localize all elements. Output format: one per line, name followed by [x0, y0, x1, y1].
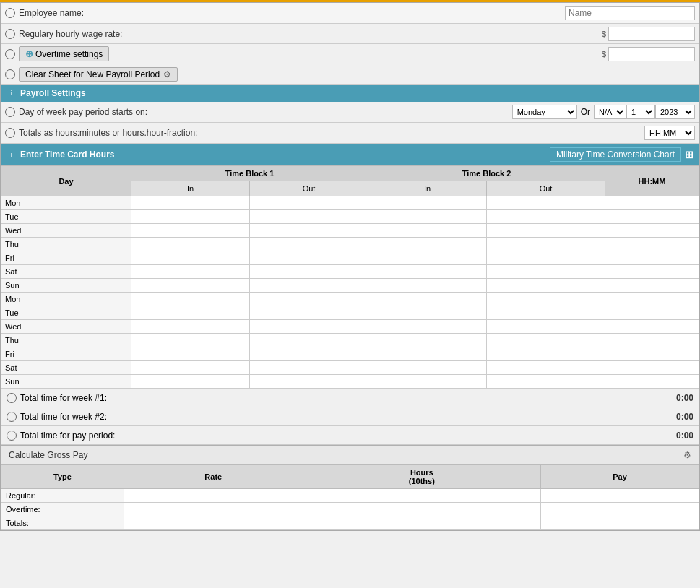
hhmm-input[interactable] — [608, 280, 696, 290]
hhmm-input[interactable] — [608, 376, 696, 386]
b2-in-input[interactable] — [371, 225, 484, 235]
b1-out-input[interactable] — [252, 225, 366, 235]
b1-out-input[interactable] — [252, 376, 366, 386]
b2-out-input[interactable] — [489, 335, 602, 345]
day-cell — [1, 361, 131, 375]
b1-in-input[interactable] — [134, 363, 247, 373]
overtime-wage-input[interactable] — [608, 47, 695, 61]
day-input[interactable] — [4, 376, 129, 386]
b2-out-input[interactable] — [489, 253, 602, 263]
b1-in-input[interactable] — [134, 349, 247, 359]
military-time-button[interactable]: Military Time Conversion Chart — [550, 147, 681, 162]
b1-in-input[interactable] — [134, 321, 247, 332]
day-input[interactable] — [4, 267, 129, 277]
b2-out-input[interactable] — [489, 363, 602, 373]
b2-out-input[interactable] — [489, 349, 602, 359]
day-input[interactable] — [4, 349, 129, 359]
b2-out-input[interactable] — [489, 225, 602, 235]
day-input[interactable] — [4, 225, 129, 235]
na-select[interactable]: N/A — [594, 105, 626, 119]
hhmm-input[interactable] — [608, 308, 696, 318]
day-input[interactable] — [4, 198, 129, 208]
b2-in-input[interactable] — [371, 363, 484, 373]
b2-out-input[interactable] — [489, 321, 602, 332]
b1-out-input[interactable] — [252, 253, 366, 263]
totals-format-select[interactable]: HH:MMHH.HH — [644, 126, 695, 140]
hhmm-input[interactable] — [608, 253, 696, 263]
day-input[interactable] — [4, 253, 129, 263]
b1-out-input[interactable] — [252, 321, 366, 332]
b2-in-input[interactable] — [371, 376, 484, 386]
day-input[interactable] — [4, 335, 129, 345]
day-input[interactable] — [4, 321, 129, 332]
day-input[interactable] — [4, 212, 129, 222]
b2-in-input[interactable] — [371, 267, 484, 277]
hourly-wage-input[interactable] — [608, 27, 695, 41]
calculate-bar[interactable]: Calculate Gross Pay ⚙ — [1, 445, 699, 464]
hhmm-input[interactable] — [608, 198, 696, 208]
overtime-settings-button[interactable]: ⊕ Overtime settings — [19, 46, 109, 61]
day-input[interactable] — [4, 280, 129, 290]
b1-out-input[interactable] — [252, 294, 366, 304]
hhmm-input[interactable] — [608, 239, 696, 249]
b2-out-input[interactable] — [489, 239, 602, 249]
day-cell — [1, 251, 131, 265]
b2-out-input[interactable] — [489, 212, 602, 222]
b1-in-input[interactable] — [134, 308, 247, 318]
b2-in-input[interactable] — [371, 308, 484, 318]
b2-out-input[interactable] — [489, 267, 602, 277]
b2-in-input[interactable] — [371, 335, 484, 345]
hhmm-input[interactable] — [608, 267, 696, 277]
hhmm-input[interactable] — [608, 321, 696, 332]
b1-in-input[interactable] — [134, 294, 247, 304]
b1-out-input[interactable] — [252, 280, 366, 290]
hhmm-input[interactable] — [608, 335, 696, 345]
hhmm-input[interactable] — [608, 294, 696, 304]
b2-in-input[interactable] — [371, 239, 484, 249]
day-num-select[interactable]: 123456789101112131415 — [626, 105, 655, 119]
b1-out-input[interactable] — [252, 335, 366, 345]
year-select[interactable]: 202320242025 — [655, 105, 695, 119]
day-input[interactable] — [4, 308, 129, 318]
day-input[interactable] — [4, 294, 129, 304]
b1-in-input[interactable] — [134, 198, 247, 208]
b1-in-input[interactable] — [134, 225, 247, 235]
b1-in-input[interactable] — [134, 253, 247, 263]
b2-in-input[interactable] — [371, 321, 484, 332]
b2-in-input[interactable] — [371, 198, 484, 208]
b1-in-input[interactable] — [134, 376, 247, 386]
hhmm-input[interactable] — [608, 363, 696, 373]
b2-out-input[interactable] — [489, 376, 602, 386]
b1-out-input[interactable] — [252, 308, 366, 318]
b2-in-input[interactable] — [371, 212, 484, 222]
b2-out-input[interactable] — [489, 280, 602, 290]
b2-out-input[interactable] — [489, 198, 602, 208]
b1-in-input[interactable] — [134, 280, 247, 290]
b1-out-cell — [250, 320, 368, 334]
b1-in-input[interactable] — [134, 239, 247, 249]
b2-in-input[interactable] — [371, 349, 484, 359]
hhmm-input[interactable] — [608, 212, 696, 222]
hhmm-input[interactable] — [608, 225, 696, 235]
day-input[interactable] — [4, 239, 129, 249]
b2-in-input[interactable] — [371, 280, 484, 290]
day-input[interactable] — [4, 363, 129, 373]
b1-out-input[interactable] — [252, 267, 366, 277]
b2-in-input[interactable] — [371, 253, 484, 263]
day-select[interactable]: MondayTuesdayWednesdayThursdayFridaySatu… — [512, 105, 577, 119]
b1-in-input[interactable] — [134, 212, 247, 222]
b1-in-input[interactable] — [134, 335, 247, 345]
b1-out-input[interactable] — [252, 349, 366, 359]
b1-out-input[interactable] — [252, 363, 366, 373]
b1-out-input[interactable] — [252, 212, 366, 222]
b2-out-input[interactable] — [489, 308, 602, 318]
b1-out-input[interactable] — [252, 198, 366, 208]
b1-out-cell — [250, 347, 368, 361]
b1-in-input[interactable] — [134, 267, 247, 277]
b2-out-input[interactable] — [489, 294, 602, 304]
b2-in-input[interactable] — [371, 294, 484, 304]
hhmm-input[interactable] — [608, 349, 696, 359]
clear-sheet-button[interactable]: Clear Sheet for New Payroll Period ⚙ — [19, 67, 178, 82]
b1-out-input[interactable] — [252, 239, 366, 249]
employee-name-input[interactable] — [565, 6, 695, 20]
